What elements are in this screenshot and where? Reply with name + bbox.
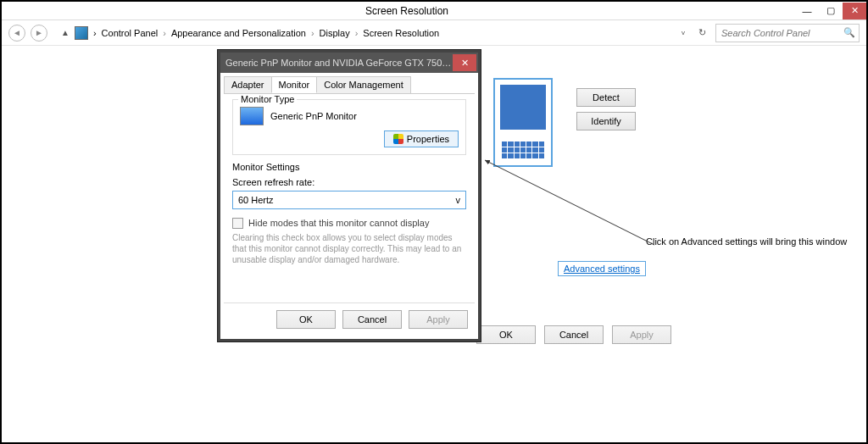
refresh-button[interactable]: ↻ xyxy=(693,25,710,42)
search-input[interactable] xyxy=(720,27,843,39)
advanced-settings-link[interactable]: Advanced settings xyxy=(558,261,646,276)
monitor-type-label: Monitor Type xyxy=(238,94,297,104)
refresh-rate-label: Screen refresh rate: xyxy=(232,177,466,187)
refresh-rate-dropdown[interactable]: 60 Hertz v xyxy=(232,191,466,209)
detect-button[interactable]: Detect xyxy=(576,88,636,107)
minimize-button[interactable]: — xyxy=(795,3,819,19)
dialog-ok-button[interactable]: OK xyxy=(276,310,336,329)
dialog-footer: OK Cancel Apply xyxy=(224,302,475,336)
dialog-cancel-button[interactable]: Cancel xyxy=(342,310,402,329)
hide-modes-label: Hide modes that this monitor cannot disp… xyxy=(248,218,429,228)
breadcrumb-item[interactable]: Screen Resolution xyxy=(363,28,439,38)
tab-monitor[interactable]: Monitor xyxy=(271,76,318,93)
dialog-close-button[interactable]: ✕ xyxy=(453,54,476,71)
breadcrumb-item[interactable]: Appearance and Personalization xyxy=(171,28,306,38)
display-screen-icon xyxy=(500,85,546,130)
window-title: Screen Resolution xyxy=(19,5,795,17)
monitor-properties-dialog: Generic PnP Monitor and NVIDIA GeForce G… xyxy=(218,50,481,341)
control-panel-icon xyxy=(75,26,88,40)
display-preview[interactable] xyxy=(493,78,553,167)
monitor-name: Generic PnP Monitor xyxy=(270,111,357,121)
dialog-body: Monitor Type Generic PnP Monitor Propert… xyxy=(224,93,475,277)
apply-button: Apply xyxy=(612,325,671,344)
dialog-tabs: Adapter Monitor Color Management xyxy=(224,76,475,94)
monitor-type-group: Monitor Type Generic PnP Monitor Propert… xyxy=(232,99,466,155)
monitor-settings-group: Monitor Settings Screen refresh rate: 60… xyxy=(232,162,466,265)
monitor-icon xyxy=(240,107,264,125)
close-button[interactable]: ✕ xyxy=(843,3,866,19)
breadcrumb-item[interactable]: Display xyxy=(320,28,350,38)
tab-color-management[interactable]: Color Management xyxy=(316,76,411,93)
navigation-bar: ◄ ► ▲ › Control Panel › Appearance and P… xyxy=(2,20,866,46)
hide-modes-help: Clearing this check box allows you to se… xyxy=(232,232,466,265)
forward-button[interactable]: ► xyxy=(31,25,47,42)
properties-button[interactable]: Properties xyxy=(384,130,459,147)
address-dropdown-icon[interactable]: v xyxy=(678,29,688,36)
hide-modes-checkbox[interactable] xyxy=(232,218,243,229)
dialog-titlebar: Generic PnP Monitor and NVIDIA GeForce G… xyxy=(220,53,478,73)
back-button[interactable]: ◄ xyxy=(8,25,25,42)
window-titlebar: Screen Resolution — ▢ ✕ xyxy=(2,2,866,20)
breadcrumb: Control Panel › Appearance and Personali… xyxy=(102,28,440,38)
search-icon: 🔍 xyxy=(843,27,855,38)
ok-button[interactable]: OK xyxy=(476,325,536,344)
svg-line-0 xyxy=(485,160,654,245)
hide-modes-row[interactable]: Hide modes that this monitor cannot disp… xyxy=(232,218,466,229)
display-grid-icon xyxy=(502,142,544,158)
dialog-apply-button: Apply xyxy=(409,310,468,329)
chevron-down-icon: v xyxy=(456,195,461,205)
up-icon[interactable]: ▲ xyxy=(61,28,70,37)
breadcrumb-sep: › xyxy=(93,28,97,38)
monitor-settings-label: Monitor Settings xyxy=(232,162,466,172)
refresh-rate-value: 60 Hertz xyxy=(238,195,274,205)
content-area: Detect Identify Advanced settings OK Can… xyxy=(2,46,866,442)
dialog-title: Generic PnP Monitor and NVIDIA GeForce G… xyxy=(225,58,453,68)
uac-shield-icon xyxy=(393,134,403,144)
annotation-advanced: Click on Advanced settings will bring th… xyxy=(646,236,847,247)
identify-button[interactable]: Identify xyxy=(576,112,636,130)
breadcrumb-item[interactable]: Control Panel xyxy=(102,28,159,38)
search-box[interactable]: 🔍 xyxy=(715,24,860,42)
maximize-button[interactable]: ▢ xyxy=(819,3,843,19)
main-button-row: OK Cancel Apply xyxy=(476,325,671,344)
tab-adapter[interactable]: Adapter xyxy=(224,76,272,93)
cancel-button[interactable]: Cancel xyxy=(544,325,604,344)
